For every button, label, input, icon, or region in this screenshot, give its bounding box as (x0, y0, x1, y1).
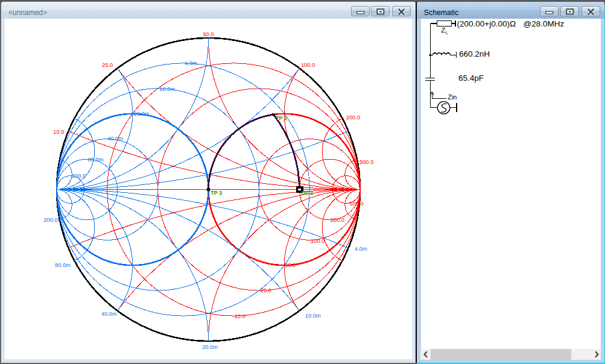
svg-text:65.4pF: 65.4pF (458, 74, 484, 83)
svg-text:TP 2: TP 2 (276, 115, 287, 121)
svg-text:40.0m: 40.0m (101, 310, 117, 317)
svg-text:100.0: 100.0 (311, 237, 325, 244)
svg-text:100.0: 100.0 (301, 61, 315, 68)
svg-text:200.0: 200.0 (72, 172, 86, 179)
svg-text:80.0m: 80.0m (55, 262, 71, 268)
svg-text:660.2nH: 660.2nH (459, 49, 490, 58)
svg-text:200.0: 200.0 (346, 114, 360, 121)
svg-text:4.0m: 4.0m (185, 60, 197, 66)
svg-text:25.0: 25.0 (261, 287, 271, 293)
svg-text:50.0: 50.0 (285, 262, 296, 268)
svg-text:20.0m: 20.0m (134, 110, 150, 117)
svg-text:(200.00+j0.00)Ω: (200.00+j0.00)Ω (457, 19, 516, 28)
svg-text:50.0: 50.0 (203, 31, 214, 37)
svg-text:20.0m: 20.0m (202, 344, 218, 350)
svg-text:500.0: 500.0 (360, 158, 373, 165)
svg-text:80.0m: 80.0m (88, 156, 104, 163)
svg-text:200.0m: 200.0m (43, 216, 62, 223)
svg-text:10.0m: 10.0m (305, 312, 321, 319)
svg-text:10.0: 10.0 (235, 313, 245, 319)
svg-text:@28.0MHz: @28.0MHz (524, 19, 565, 28)
svg-text:25.0: 25.0 (102, 61, 113, 68)
svg-text:10.0m: 10.0m (159, 86, 175, 92)
svg-text:DP 1: DP 1 (301, 190, 313, 196)
svg-text:L: L (446, 30, 448, 36)
svg-text:500.0: 500.0 (349, 200, 363, 207)
svg-text:Z: Z (442, 27, 446, 34)
svg-text:4.0m: 4.0m (355, 245, 367, 252)
svg-text:40.0m: 40.0m (107, 135, 123, 142)
svg-text:Zin: Zin (448, 93, 457, 101)
svg-text:TP 3: TP 3 (211, 190, 222, 196)
svg-text:10.0: 10.0 (53, 128, 64, 135)
svg-text:200.0: 200.0 (331, 216, 344, 223)
